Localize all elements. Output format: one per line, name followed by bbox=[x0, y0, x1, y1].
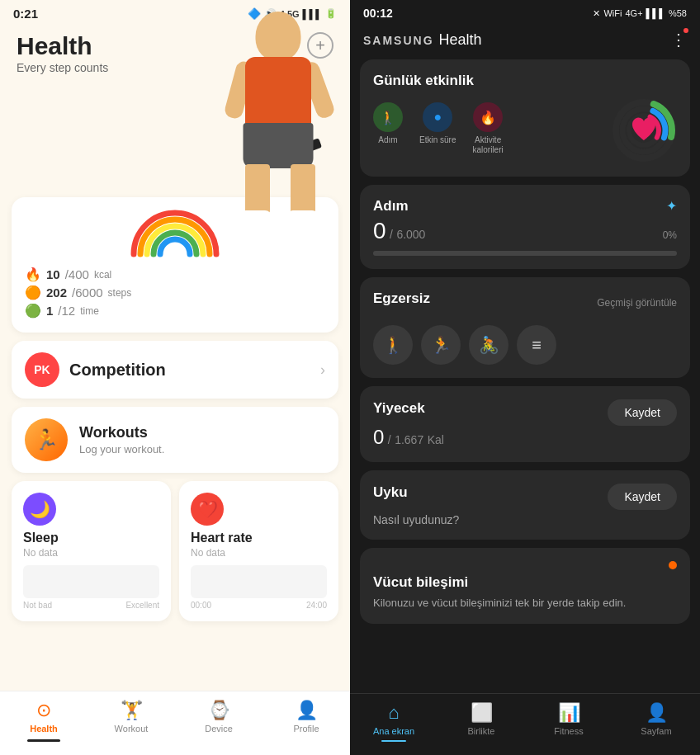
workout-nav-icon: 🏋️ bbox=[121, 700, 143, 721]
competition-label: Competition bbox=[69, 361, 310, 380]
nav-item-device[interactable]: ⌚ Device bbox=[194, 700, 244, 742]
avatar-leg-left bbox=[245, 164, 270, 214]
health-nav-icon: ⊙ bbox=[36, 700, 51, 721]
home-nav-icon: ⌂ bbox=[388, 702, 399, 724]
steps-card[interactable]: Adım ✦ 0 / 6.000 0% bbox=[360, 185, 690, 269]
cycle-exercise-btn[interactable]: 🚴 bbox=[469, 325, 508, 365]
right-nav-home[interactable]: ⌂ Ana ekran bbox=[365, 702, 423, 742]
competition-card[interactable]: PK Competition › bbox=[12, 341, 338, 399]
exercise-header: Egzersiz Geçmişi görüntüle bbox=[373, 290, 677, 315]
right-bottom-nav: ⌂ Ana ekran ⬜ Birlikte 📊 Fitness 👤 Sayfa… bbox=[350, 693, 700, 755]
exercise-card[interactable]: Egzersiz Geçmişi görüntüle 🚶 🏃 🚴 ≡ bbox=[360, 277, 690, 378]
sleep-save-button[interactable]: Kaydet bbox=[608, 484, 677, 510]
body-composition-title: Vücut bileşimi bbox=[373, 574, 468, 590]
food-separator: / bbox=[388, 433, 391, 446]
samsung-health-text: Health bbox=[439, 31, 482, 49]
steps-value: 0 bbox=[373, 218, 386, 243]
calories-unit: kcal bbox=[94, 269, 111, 281]
exercise-icons-row: 🚶 🏃 🚴 ≡ bbox=[373, 325, 677, 365]
together-nav-icon: ⬜ bbox=[471, 702, 493, 724]
workout-icon: 🏃 bbox=[25, 418, 68, 461]
avatar-shorts bbox=[243, 123, 313, 168]
body-composition-card[interactable]: Vücut bileşimi Kilonuzu ve vücut bileşim… bbox=[360, 548, 690, 624]
steps-current: 202 bbox=[46, 285, 67, 300]
left-panel: 0:21 🔷 🔊 4.5G ▌▌▌ 🔋 Health Every step co… bbox=[0, 0, 350, 755]
avatar-body bbox=[245, 57, 311, 131]
steps-icon: 🟠 bbox=[25, 285, 41, 300]
rainbow-arc bbox=[25, 209, 325, 258]
right-nav-together[interactable]: ⬜ Birlikte bbox=[452, 702, 510, 742]
right-nav-fitness[interactable]: 📊 Fitness bbox=[540, 702, 598, 742]
right-scroll-area[interactable]: Günlük etkinlik 🚶 Adım ● Etkin süre bbox=[350, 59, 700, 693]
chevron-right-icon: › bbox=[320, 361, 325, 379]
heart-rate-chart bbox=[191, 565, 327, 598]
workouts-card[interactable]: 🏃 Workouts Log your workout. bbox=[12, 407, 338, 473]
steps-unit: steps bbox=[108, 287, 132, 299]
calories-max: /400 bbox=[65, 267, 89, 281]
right-panel: 00:12 ✕ WiFi 4G+ ▌▌▌ %58 SAMSUNG Health … bbox=[350, 0, 700, 755]
food-title: Yiyecek bbox=[373, 400, 425, 417]
avatar bbox=[214, 12, 342, 193]
avatar-head bbox=[255, 12, 300, 61]
sleep-card[interactable]: 🌙 Sleep No data Not bad Excellent bbox=[12, 481, 171, 621]
food-card[interactable]: Yiyecek Kaydet 0 / 1.667 Kal bbox=[360, 386, 690, 462]
orange-dot-container bbox=[373, 561, 677, 574]
sleep-label-end: Excellent bbox=[125, 601, 159, 610]
walk-exercise-btn[interactable]: 🚶 bbox=[373, 325, 413, 365]
right-nav-profile[interactable]: 👤 Sayfam bbox=[627, 702, 685, 742]
sleep-subtitle: No data bbox=[23, 547, 159, 559]
sleep-dark-card[interactable]: Uyku Kaydet Nasıl uyudunuz? bbox=[360, 470, 690, 540]
heart-icon: ❤️ bbox=[191, 493, 224, 526]
fitness-nav-icon: 📊 bbox=[558, 702, 580, 724]
adim-label: Adım bbox=[378, 135, 397, 145]
steps-max: /6000 bbox=[72, 285, 103, 300]
network-right-icon: 4G+ bbox=[625, 8, 642, 18]
aktivite-icon-circle: 🔥 bbox=[473, 102, 503, 132]
activity-icons-row: 🚶 Adım ● Etkin süre 🔥 Akt bbox=[373, 102, 504, 155]
sparkle-icon: ✦ bbox=[666, 198, 677, 214]
signal-bars-icon: ▌▌▌ bbox=[646, 8, 665, 18]
time-stat: 🟢 1 /12 time bbox=[25, 303, 325, 319]
samsung-brand: SAMSUNG bbox=[363, 34, 434, 47]
activity-item-aktivite[interactable]: 🔥 Aktivitekalorileri bbox=[472, 102, 503, 155]
device-nav-icon: ⌚ bbox=[208, 700, 230, 721]
daily-activity-title: Günlük etkinlik bbox=[373, 73, 677, 89]
samsung-header: SAMSUNG Health ⋮ bbox=[350, 23, 700, 59]
profile-right-nav-icon: 👤 bbox=[646, 702, 668, 724]
food-unit: Kal bbox=[428, 433, 444, 446]
nav-indicator bbox=[27, 739, 60, 742]
history-link[interactable]: Geçmişi görüntüle bbox=[597, 297, 677, 309]
samsung-logo: SAMSUNG Health bbox=[363, 31, 482, 49]
left-time: 0:21 bbox=[13, 7, 38, 21]
time-unit: time bbox=[80, 305, 99, 317]
food-save-button[interactable]: Kaydet bbox=[608, 399, 677, 426]
activity-item-adim[interactable]: 🚶 Adım bbox=[373, 102, 403, 155]
list-exercise-btn[interactable]: ≡ bbox=[517, 325, 556, 365]
more-button[interactable]: ⋮ bbox=[670, 30, 687, 50]
aktivite-label: Aktivitekalorileri bbox=[472, 135, 503, 155]
adim-icon-circle: 🚶 bbox=[373, 102, 403, 132]
nav-item-health[interactable]: ⊙ Health bbox=[19, 700, 69, 742]
right-nav-underline bbox=[381, 740, 406, 742]
health-nav-label: Health bbox=[30, 724, 58, 734]
time-max: /12 bbox=[58, 304, 75, 318]
steps-card-title: Adım bbox=[373, 198, 409, 214]
sleep-label-start: Not bad bbox=[23, 601, 52, 610]
right-status-icons: ✕ WiFi 4G+ ▌▌▌ %58 bbox=[593, 8, 687, 19]
heart-rate-chart-labels: 00:00 24:00 bbox=[191, 601, 327, 610]
workout-subtitle: Log your workout. bbox=[79, 443, 164, 455]
nav-item-profile[interactable]: 👤 Profile bbox=[281, 700, 331, 742]
activity-item-etkin[interactable]: ● Etkin süre bbox=[419, 102, 456, 155]
heart-rate-card[interactable]: ❤️ Heart rate No data 00:00 24:00 bbox=[179, 481, 338, 621]
profile-right-nav-label: Sayfam bbox=[641, 726, 671, 736]
food-max: 1.667 bbox=[395, 433, 423, 446]
food-header-row: Yiyecek Kaydet bbox=[373, 399, 677, 426]
food-value-row: 0 / 1.667 Kal bbox=[373, 426, 677, 449]
no-signal-icon: ✕ bbox=[593, 8, 600, 19]
workout-title: Workouts bbox=[79, 424, 164, 441]
daily-activity-card[interactable]: Günlük etkinlik 🚶 Adım ● Etkin süre bbox=[360, 59, 690, 177]
nav-item-workout[interactable]: 🏋️ Workout bbox=[106, 700, 156, 742]
home-nav-label: Ana ekran bbox=[373, 726, 414, 736]
run-exercise-btn[interactable]: 🏃 bbox=[421, 325, 461, 365]
etkin-label: Etkin süre bbox=[419, 135, 456, 145]
